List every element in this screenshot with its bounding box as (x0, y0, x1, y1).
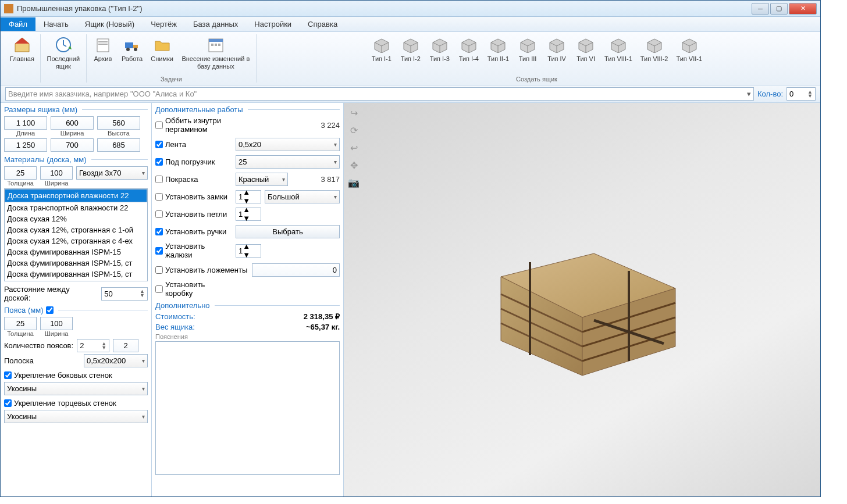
weight-value: ~65,37 кг. (306, 323, 340, 331)
fork-select[interactable]: 25▾ (236, 155, 340, 169)
locks-checkbox[interactable] (155, 193, 163, 201)
reinforce-side-select[interactable]: Укосины▾ (4, 382, 148, 395)
height-input[interactable]: 560 (97, 116, 140, 130)
paint-select[interactable]: Красный▾ (236, 173, 288, 186)
list-item[interactable]: Доска сухая 12% (5, 213, 147, 224)
menu-settings[interactable]: Настройки (246, 17, 300, 31)
pergamin-checkbox[interactable] (155, 121, 163, 129)
ribbon-home[interactable]: Главная (6, 34, 38, 74)
ribbon-archive[interactable]: Архив (89, 34, 117, 74)
tape-select[interactable]: 0,5x20▾ (236, 138, 340, 151)
gap-input[interactable]: 50▲▼ (101, 287, 148, 301)
svg-marker-1 (15, 38, 29, 44)
cost-value: 2 318,35 ₽ (304, 312, 340, 321)
width2-input[interactable]: 700 (51, 138, 94, 152)
menu-db[interactable]: База данных (185, 17, 246, 31)
hinges-checkbox[interactable] (155, 210, 163, 218)
viewport-3d[interactable]: ↪ ⟳ ↩ ✥ 📷 (344, 103, 820, 496)
crate-type-7[interactable]: Тип VI (572, 34, 600, 74)
reinforce-end-select[interactable]: Укосины▾ (4, 410, 148, 423)
window-title: Промышленная упаковка ("Тип I-2") (17, 4, 750, 13)
paint-checkbox[interactable] (155, 176, 163, 183)
crate-type-1[interactable]: Тип I-2 (397, 34, 425, 74)
list-item[interactable]: Доска сухая 12%, строганная с 1-ой (5, 224, 147, 235)
thickness-input[interactable]: 25 (4, 166, 37, 180)
tape-checkbox[interactable] (155, 141, 163, 148)
svg-rect-12 (211, 44, 213, 46)
menubar: Файл Начать Ящик (Новый) Чертёж База дан… (1, 17, 820, 32)
crate-type-4[interactable]: Тип II-1 (484, 34, 513, 74)
crate-icon (576, 35, 595, 54)
belts-legend: Пояса (мм) (4, 306, 148, 314)
close-button[interactable]: ✕ (789, 3, 817, 15)
list-item[interactable]: Доска сухая 12%, строганная с 4-ех (5, 235, 147, 246)
crate-type-6[interactable]: Тип IV (543, 34, 571, 74)
choose-button[interactable]: Выбрать (236, 225, 340, 238)
belt-th-input[interactable]: 25 (4, 317, 37, 330)
length-input[interactable]: 1 100 (4, 116, 47, 130)
crate-type-5[interactable]: Тип III (514, 34, 542, 74)
panel-left: Размеры ящика (мм) 1 100Длина 600Ширина … (1, 103, 152, 496)
strip-select[interactable]: 0,5x20x200▾ (84, 354, 148, 367)
crate-type-0[interactable]: Тип I-1 (368, 34, 396, 74)
menu-start[interactable]: Начать (35, 17, 77, 31)
crate-type-10[interactable]: Тип VII-1 (672, 34, 706, 74)
cradles-checkbox[interactable] (155, 266, 163, 274)
box-checkbox[interactable] (155, 285, 163, 293)
belt-count1-input[interactable]: 2▲▼ (77, 339, 109, 352)
qty-input[interactable]: 0 ▲▼ (787, 87, 816, 101)
reinforce-end-checkbox[interactable] (4, 399, 12, 407)
crate-type-9[interactable]: Тип VIII-2 (637, 34, 672, 74)
list-item[interactable]: Доска фумигированная ISPM-15 (5, 246, 147, 258)
materials-legend: Материалы (доска, мм) (4, 155, 148, 164)
crate-type-8[interactable]: Тип VIII-1 (601, 34, 636, 74)
truck-icon (123, 35, 141, 54)
list-item[interactable]: Доска транспортной влажности 22 (5, 202, 147, 213)
list-item[interactable]: Доска фумигированная ISPM-15, ст (5, 258, 147, 269)
menu-drawing[interactable]: Чертёж (143, 17, 185, 31)
crate-type-2[interactable]: Тип I-3 (426, 34, 454, 74)
crate-icon (680, 35, 699, 54)
undo-icon[interactable]: ↩ (346, 140, 361, 155)
ribbon-work[interactable]: Работа (118, 34, 146, 74)
board-width-input[interactable]: 100 (40, 166, 73, 180)
length2-input[interactable]: 1 250 (4, 138, 47, 152)
reinforce-side-checkbox[interactable] (4, 371, 12, 379)
extra-legend: Дополнительные работы (155, 105, 340, 114)
locks-size-select[interactable]: Большой▾ (265, 190, 340, 203)
fork-checkbox[interactable] (155, 158, 163, 166)
blinds-checkbox[interactable] (155, 247, 163, 255)
belts-checkbox[interactable] (46, 306, 54, 314)
cradles-input[interactable]: 0 (252, 263, 340, 277)
hinges-count[interactable]: 1▲▼ (236, 208, 261, 221)
nails-select[interactable]: Гвозди 3x70▾ (76, 166, 148, 180)
width-input[interactable]: 600 (51, 116, 94, 130)
home-icon (13, 35, 31, 54)
notes-textarea[interactable] (155, 341, 340, 475)
redo-icon[interactable]: ↪ (346, 105, 361, 120)
minimize-button[interactable]: ─ (752, 3, 769, 15)
notes-label: Пояснения (155, 333, 340, 340)
menu-crate[interactable]: Ящик (Новый) (77, 17, 143, 31)
move-icon[interactable]: ✥ (346, 158, 361, 173)
blinds-count[interactable]: 1▲▼ (236, 244, 261, 258)
customer-input[interactable]: Введите имя заказчика, например "ООО "Ал… (5, 87, 754, 101)
height2-input[interactable]: 685 (97, 138, 140, 152)
ribbon-db-edit[interactable]: Внесение изменений в базу данных (178, 34, 254, 74)
camera-icon[interactable]: 📷 (346, 175, 361, 190)
refresh-icon[interactable]: ⟳ (346, 123, 361, 138)
belt-w-input[interactable]: 100 (40, 317, 73, 330)
handles-checkbox[interactable] (155, 228, 163, 235)
list-item[interactable]: Доска транспортной влажности 22 (5, 189, 147, 202)
menu-help[interactable]: Справка (300, 17, 346, 31)
ribbon-snapshots[interactable]: Снимки (147, 34, 177, 74)
materials-list[interactable]: Доска транспортной влажности 22Доска тра… (4, 188, 148, 281)
list-item[interactable]: Доска фумигированная ISPM-15, ст (5, 269, 147, 280)
app-icon (4, 4, 13, 13)
ribbon-last-crate[interactable]: Последний ящик (43, 34, 84, 74)
maximize-button[interactable]: ▢ (770, 3, 788, 15)
crate-type-3[interactable]: Тип I-4 (455, 34, 483, 74)
locks-count[interactable]: 1▲▼ (236, 190, 261, 203)
belt-count2-input[interactable]: 2 (113, 339, 138, 352)
menu-file[interactable]: Файл (1, 17, 35, 31)
